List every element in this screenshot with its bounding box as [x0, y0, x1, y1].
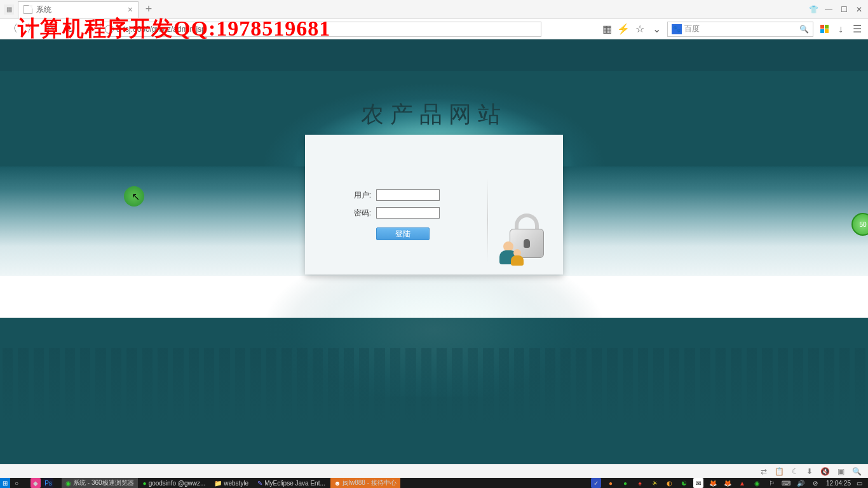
app-icon: ✎: [257, 480, 262, 487]
moon-icon[interactable]: ☾: [792, 467, 799, 476]
tray-icon[interactable]: ✉: [693, 478, 703, 488]
favorite-icon[interactable]: ☆: [634, 24, 646, 35]
tray-icon[interactable]: ⚐: [766, 478, 776, 488]
restore-window-icon[interactable]: ▣: [837, 467, 844, 476]
tray-icon[interactable]: ◉: [752, 478, 762, 488]
url-text: q-tsj:8080/gwwz/admin.jsp: [116, 25, 206, 34]
lock-users-icon: [499, 211, 554, 266]
forward-button[interactable]: 〉: [24, 22, 39, 37]
tray-icon[interactable]: 🦊: [722, 478, 733, 488]
app-icon: ☻: [334, 480, 341, 487]
home-button[interactable]: ⌂: [81, 22, 97, 37]
taskbar-label: goodsinfo @gwwz...: [149, 480, 206, 487]
download-icon[interactable]: ↓: [835, 24, 846, 35]
taskbar-item[interactable]: ☻ jsjlw888 - 接待中心: [330, 478, 400, 488]
shuffle-icon[interactable]: ⇄: [761, 467, 767, 476]
tray-icon[interactable]: ✓: [591, 478, 601, 488]
keyboard-icon[interactable]: ⌨: [781, 478, 791, 488]
user-input[interactable]: [376, 189, 440, 201]
pinned-app-icon[interactable]: Ps: [43, 478, 53, 488]
new-tab-left-icon[interactable]: ▦: [4, 4, 14, 15]
new-tab-button[interactable]: +: [141, 2, 156, 17]
document-icon: [24, 5, 32, 14]
tray-icon[interactable]: ⊘: [810, 478, 820, 488]
taskbar-item[interactable]: ◉ 系统 - 360极速浏览器: [62, 478, 138, 488]
search-icon[interactable]: 🔍: [799, 25, 809, 34]
app-icon: ●: [143, 480, 147, 487]
password-input[interactable]: [376, 207, 440, 219]
tray-icon[interactable]: ●: [620, 478, 630, 488]
taskbar: ⊞ ○ ◆ Ps ◉ 系统 - 360极速浏览器 ● goodsinfo @gw…: [0, 478, 868, 488]
folder-icon: 📁: [214, 480, 222, 487]
clock[interactable]: 12:04:25: [826, 480, 851, 487]
app-icon: ◉: [65, 480, 71, 487]
user-label: 用户:: [341, 190, 371, 201]
pinned-app-icon[interactable]: ◆: [31, 478, 41, 488]
volume-icon[interactable]: 🔊: [796, 478, 806, 488]
cursor-highlight: [124, 186, 144, 207]
address-bar: 〈 〉 ⟳ ↻ ⌂ q-tsj:8080/gwwz/admin.jsp ▦ ⚡ …: [0, 19, 868, 39]
taskbar-label: webstyle: [224, 480, 248, 487]
taskbar-item[interactable]: ✎ MyEclipse Java Ent...: [254, 478, 329, 488]
tab-title: 系统: [36, 4, 51, 15]
close-window-icon[interactable]: ✕: [854, 5, 864, 14]
taskbar-label: MyEclipse Java Ent...: [264, 480, 325, 487]
system-tray: ✓ ● ● ♠ ☀ ◐ ☯ ✉ 🦊 🦊 ▲ ◉ ⚐ ⌨ 🔊 ⊘ 12:04:25…: [590, 478, 868, 488]
taskbar-label: jsjlw888 - 接待中心: [342, 478, 396, 487]
site-title: 农产品网站: [0, 99, 868, 130]
qr-icon[interactable]: ▦: [601, 24, 613, 35]
tray-icon[interactable]: 🦊: [708, 478, 718, 488]
dropdown-icon[interactable]: ⌄: [651, 24, 662, 35]
url-input[interactable]: q-tsj:8080/gwwz/admin.jsp: [100, 22, 541, 37]
search-taskbar-icon[interactable]: ○: [11, 478, 22, 488]
mute-icon[interactable]: 🔇: [820, 467, 830, 476]
tray-icon[interactable]: ◐: [664, 478, 674, 488]
zoom-icon[interactable]: 🔍: [852, 467, 862, 476]
login-button[interactable]: 登陆: [376, 227, 430, 240]
baidu-icon: 🐾: [672, 24, 682, 34]
maximize-icon[interactable]: ☐: [839, 5, 849, 14]
minimize-icon[interactable]: —: [824, 5, 834, 14]
restore-button[interactable]: ↻: [62, 22, 78, 37]
window-controls: 👕 — ☐ ✕: [808, 0, 864, 19]
page-content: 农产品网站 用户: 密码: 登陆: [0, 39, 868, 464]
show-desktop[interactable]: ▭: [854, 478, 864, 488]
download-status-icon[interactable]: ⬇: [806, 467, 813, 476]
login-panel: 用户: 密码: 登陆: [305, 135, 563, 274]
skin-icon[interactable]: 👕: [808, 5, 818, 14]
browser-tab-strip: ▦ 系统 × + 👕 — ☐ ✕: [0, 0, 868, 19]
browser-status-bar: ⇄ 📋 ☾ ⬇ 🔇 ▣ 🔍: [0, 464, 868, 478]
tray-icon[interactable]: ▲: [737, 478, 747, 488]
clipboard-icon[interactable]: 📋: [775, 467, 784, 476]
flash-icon[interactable]: ⚡: [618, 24, 629, 35]
back-button[interactable]: 〈: [5, 22, 20, 37]
tray-icon[interactable]: ♠: [635, 478, 645, 488]
tray-icon[interactable]: ☯: [679, 478, 689, 488]
search-engine-label: 百度: [684, 24, 700, 34]
globe-icon: [105, 25, 114, 34]
tray-icon[interactable]: ●: [606, 478, 616, 488]
panel-divider: [487, 178, 488, 262]
search-box[interactable]: 🐾 百度 🔍: [667, 22, 813, 37]
menu-icon[interactable]: ☰: [851, 24, 863, 35]
tray-icon[interactable]: ☀: [649, 478, 660, 488]
apps-icon[interactable]: [818, 24, 830, 35]
taskbar-item[interactable]: 📁 webstyle: [210, 478, 252, 488]
close-tab-icon[interactable]: ×: [128, 4, 133, 15]
taskbar-label: 系统 - 360极速浏览器: [73, 478, 134, 487]
reload-button[interactable]: ⟳: [43, 22, 58, 37]
password-label: 密码:: [341, 208, 371, 219]
taskbar-item[interactable]: ● goodsinfo @gwwz...: [139, 478, 210, 488]
browser-tab[interactable]: 系统 ×: [18, 1, 139, 18]
start-button[interactable]: ⊞: [0, 478, 10, 488]
